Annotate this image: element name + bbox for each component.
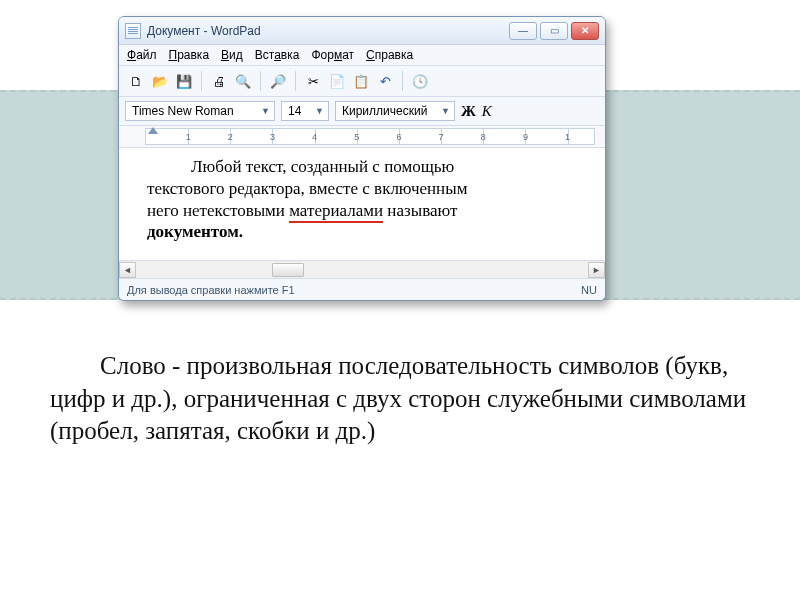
ruler-number: 9 [523, 132, 528, 142]
separator [402, 71, 403, 91]
ruler-scale: 1234567891 [145, 128, 595, 145]
status-bar: Для вывода справки нажмите F1 NU [119, 278, 605, 300]
print-icon[interactable]: 🖨 [208, 70, 230, 92]
ruler-number: 8 [481, 132, 486, 142]
doc-line3a: него нетекстовыми [147, 201, 289, 220]
find-icon[interactable]: 🔎 [267, 70, 289, 92]
ruler-number: 1 [186, 132, 191, 142]
font-name-combo[interactable]: Times New Roman ▼ [125, 101, 275, 121]
doc-line2: текстового редактора, вместе с включенны… [147, 179, 467, 198]
scroll-right-button[interactable]: ► [588, 262, 605, 278]
indent-marker-icon[interactable] [148, 127, 158, 134]
scroll-left-button[interactable]: ◄ [119, 262, 136, 278]
menu-help[interactable]: Справка [366, 48, 413, 62]
font-size-combo[interactable]: 14 ▼ [281, 101, 329, 121]
charset-combo[interactable]: Кириллический ▼ [335, 101, 455, 121]
document-area[interactable]: Любой текст, созданный с помощью текстов… [119, 148, 605, 260]
charset-value: Кириллический [342, 104, 427, 118]
chevron-down-icon: ▼ [441, 106, 450, 116]
ruler-number: 3 [270, 132, 275, 142]
new-icon[interactable]: 🗋 [125, 70, 147, 92]
window-controls: — ▭ ✕ [509, 22, 599, 40]
doc-underlined-word: материалами [289, 201, 383, 223]
print-preview-icon[interactable]: 🔍 [232, 70, 254, 92]
ruler-number: 4 [312, 132, 317, 142]
doc-line1: Любой текст, созданный с помощью [191, 157, 454, 176]
horizontal-scrollbar[interactable]: ◄ ► [119, 260, 605, 278]
scroll-thumb[interactable] [272, 263, 304, 277]
close-button[interactable]: ✕ [571, 22, 599, 40]
doc-line3b: называют [383, 201, 457, 220]
menu-format[interactable]: Формат [311, 48, 354, 62]
open-icon[interactable]: 📂 [149, 70, 171, 92]
ruler-number: 5 [354, 132, 359, 142]
format-toolbar: Times New Roman ▼ 14 ▼ Кириллический ▼ Ж… [119, 97, 605, 126]
undo-icon[interactable]: ↶ [374, 70, 396, 92]
bold-button[interactable]: Ж [461, 103, 476, 120]
separator [260, 71, 261, 91]
document-icon [125, 23, 141, 39]
maximize-button[interactable]: ▭ [540, 22, 568, 40]
ruler-number: 6 [396, 132, 401, 142]
scroll-track[interactable] [136, 262, 588, 278]
wordpad-window: Документ - WordPad — ▭ ✕ Файл Правка Вид… [118, 16, 606, 301]
menu-insert[interactable]: Вставка [255, 48, 300, 62]
ruler-number: 1 [565, 132, 570, 142]
status-hint: Для вывода справки нажмите F1 [127, 284, 295, 296]
status-indicator: NU [581, 284, 597, 296]
font-name-value: Times New Roman [132, 104, 234, 118]
save-icon[interactable]: 💾 [173, 70, 195, 92]
separator [201, 71, 202, 91]
doc-line4: документом. [147, 222, 243, 241]
menu-bar: Файл Правка Вид Вставка Формат Справка [119, 45, 605, 66]
paste-icon[interactable]: 📋 [350, 70, 372, 92]
ruler[interactable]: 1234567891 [119, 126, 605, 148]
chevron-down-icon: ▼ [315, 106, 324, 116]
titlebar[interactable]: Документ - WordPad — ▭ ✕ [119, 17, 605, 45]
font-size-value: 14 [288, 104, 301, 118]
minimize-button[interactable]: — [509, 22, 537, 40]
chevron-down-icon: ▼ [261, 106, 270, 116]
menu-file[interactable]: Файл [127, 48, 157, 62]
separator [295, 71, 296, 91]
standard-toolbar: 🗋 📂 💾 🖨 🔍 🔎 ✂ 📄 📋 ↶ 🕓 [119, 66, 605, 97]
italic-button[interactable]: К [482, 103, 492, 120]
cut-icon[interactable]: ✂ [302, 70, 324, 92]
ruler-number: 7 [439, 132, 444, 142]
datetime-icon[interactable]: 🕓 [409, 70, 431, 92]
menu-view[interactable]: Вид [221, 48, 243, 62]
copy-icon[interactable]: 📄 [326, 70, 348, 92]
ruler-number: 2 [228, 132, 233, 142]
window-title: Документ - WordPad [147, 24, 261, 38]
menu-edit[interactable]: Правка [169, 48, 210, 62]
caption-text: Слово - произвольная последовательность … [50, 352, 746, 444]
slide-caption: Слово - произвольная последовательность … [50, 350, 750, 448]
